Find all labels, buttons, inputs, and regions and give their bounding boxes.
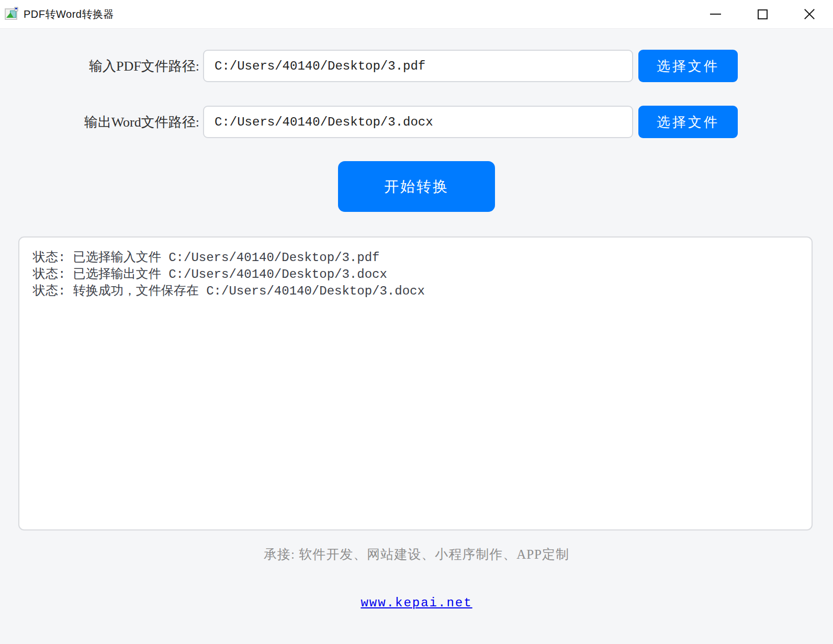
status-line-convert-success: 状态: 转换成功，文件保存在 C:/Users/40140/Desktop/3.… [33, 283, 798, 300]
status-log-box[interactable]: 状态: 已选择输入文件 C:/Users/40140/Desktop/3.pdf… [18, 236, 813, 530]
input-pdf-row: 输入PDF文件路径: 选择文件 [0, 50, 833, 82]
titlebar: PDF转Word转换器 [0, 0, 833, 29]
status-line-output-selected: 状态: 已选择输出文件 C:/Users/40140/Desktop/3.doc… [33, 266, 798, 283]
app-window: PDF转Word转换器 输入PDF文件路径: 选择文件 输出Word文件路径: … [0, 0, 833, 644]
app-icon [4, 7, 19, 21]
site-link-row: www.kepai.net [0, 596, 833, 610]
output-word-path-field[interactable] [203, 106, 633, 138]
close-button[interactable] [786, 0, 833, 29]
main-content: 输入PDF文件路径: 选择文件 输出Word文件路径: 选择文件 开始转换 状态… [0, 29, 833, 644]
minimize-icon [710, 14, 721, 15]
output-word-path-label: 输出Word文件路径: [19, 113, 199, 131]
maximize-icon [758, 9, 768, 19]
status-line-input-selected: 状态: 已选择输入文件 C:/Users/40140/Desktop/3.pdf [33, 250, 798, 266]
window-title: PDF转Word转换器 [24, 7, 114, 21]
footer-services-text: 承接: 软件开发、网站建设、小程序制作、APP定制 [0, 546, 833, 563]
minimize-button[interactable] [692, 0, 739, 29]
website-link[interactable]: www.kepai.net [361, 596, 472, 610]
input-pdf-path-field[interactable] [203, 50, 633, 82]
convert-row: 开始转换 [0, 161, 833, 212]
start-convert-button[interactable]: 开始转换 [338, 161, 495, 212]
close-icon [804, 8, 815, 20]
input-pdf-path-label: 输入PDF文件路径: [19, 57, 199, 75]
output-word-row: 输出Word文件路径: 选择文件 [0, 106, 833, 138]
choose-output-file-button[interactable]: 选择文件 [638, 106, 738, 138]
window-controls [692, 0, 833, 29]
maximize-button[interactable] [739, 0, 786, 29]
choose-input-file-button[interactable]: 选择文件 [638, 50, 738, 82]
